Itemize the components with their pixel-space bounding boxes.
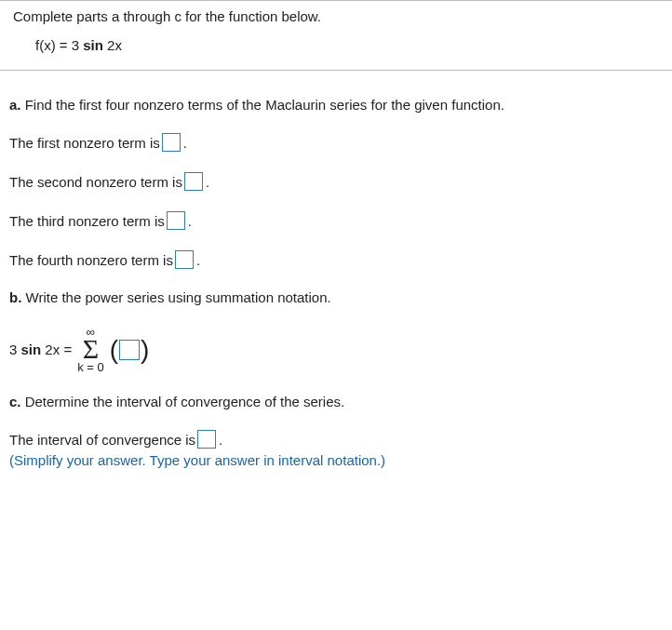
summation-row: 3 sin 2x = ∞ Σ k = 0 ( ) xyxy=(9,326,663,373)
part-a-label: a. xyxy=(9,97,21,113)
part-c-text: Determine the interval of convergence of… xyxy=(21,394,345,409)
interval-input[interactable] xyxy=(197,430,216,449)
question-body: a. Find the first four nonzero terms of … xyxy=(0,71,672,477)
left-paren-icon: ( xyxy=(110,341,118,359)
part-a-term1-row: The first nonzero term is . xyxy=(9,133,663,152)
part-a-text: Find the first four nonzero terms of the… xyxy=(21,97,504,113)
question-header: Complete parts a through c for the funct… xyxy=(0,0,672,71)
lhs-sin: sin xyxy=(21,342,42,357)
sigma-notation: ∞ Σ k = 0 xyxy=(77,326,104,373)
part-b-label: b. xyxy=(9,289,21,305)
part-b-prompt: b. Write the power series using summatio… xyxy=(9,289,663,305)
sigma-lower-bound: k = 0 xyxy=(77,361,104,373)
term3-period: . xyxy=(188,213,192,229)
part-a-term2-row: The second nonzero term is . xyxy=(9,172,663,191)
instruction-text: Complete parts a through c for the funct… xyxy=(13,8,659,24)
term2-input[interactable] xyxy=(184,172,203,191)
part-a-prompt: a. Find the first four nonzero terms of … xyxy=(9,97,663,113)
lhs-pre: 3 xyxy=(9,342,21,357)
part-b-text: Write the power series using summation n… xyxy=(21,289,330,305)
term4-input[interactable] xyxy=(175,250,194,269)
part-a-term3-row: The third nonzero term is . xyxy=(9,211,663,230)
part-c-answer-row: The interval of convergence is . xyxy=(9,430,663,449)
summand-group: ( ) xyxy=(110,340,150,360)
term3-input[interactable] xyxy=(167,211,185,230)
part-c-prompt: c. Determine the interval of convergence… xyxy=(9,394,663,409)
interval-period: . xyxy=(219,432,222,448)
fn-suffix: 2x xyxy=(103,37,122,53)
question-container: Complete parts a through c for the funct… xyxy=(0,0,672,477)
part-c-hint: (Simplify your answer. Type your answer … xyxy=(9,452,663,468)
term1-period: . xyxy=(183,135,187,151)
interval-label: The interval of convergence is xyxy=(9,432,195,448)
term4-period: . xyxy=(196,252,200,268)
term4-label: The fourth nonzero term is xyxy=(9,252,173,268)
summand-input[interactable] xyxy=(119,340,140,360)
lhs-post: 2x = xyxy=(41,342,72,357)
term2-label: The second nonzero term is xyxy=(9,174,182,190)
fn-sin: sin xyxy=(83,37,103,53)
part-a-term4-row: The fourth nonzero term is . xyxy=(9,250,663,269)
right-paren-icon: ) xyxy=(141,341,149,359)
function-definition: f(x) = 3 sin 2x xyxy=(13,37,659,53)
term1-label: The first nonzero term is xyxy=(9,135,160,151)
part-c-label: c. xyxy=(9,394,21,409)
term1-input[interactable] xyxy=(162,133,181,152)
summation-lhs: 3 sin 2x = xyxy=(9,342,72,357)
sigma-icon: Σ xyxy=(83,336,99,361)
term2-period: . xyxy=(206,174,209,190)
term3-label: The third nonzero term is xyxy=(9,213,165,229)
fn-prefix: f(x) = 3 xyxy=(35,37,83,53)
